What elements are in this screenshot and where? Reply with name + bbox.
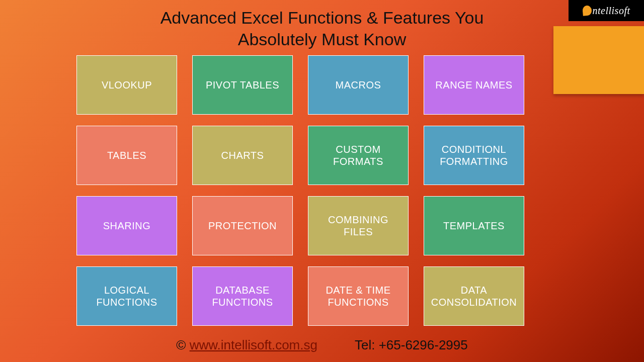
logo-text: ntellisoft xyxy=(593,5,630,17)
feature-tile: CUSTOM FORMATS xyxy=(308,126,409,185)
accent-decoration xyxy=(553,26,644,94)
feature-tile: CONDITIONL FORMATTING xyxy=(424,126,524,185)
feature-tile: CHARTS xyxy=(192,126,293,185)
feature-tile: DATABASE FUNCTIONS xyxy=(192,266,293,326)
feature-tile: TEMPLATES xyxy=(424,196,524,255)
page-title: Advanced Excel Functions & Features You … xyxy=(0,0,644,50)
feature-tile: VLOOKUP xyxy=(76,55,177,115)
feature-grid: VLOOKUPPIVOT TABLESMACROSRANGE NAMESTABL… xyxy=(76,55,524,326)
website-link[interactable]: www.intellisoft.com.sg xyxy=(190,337,317,352)
feature-tile: LOGICAL FUNCTIONS xyxy=(76,266,177,326)
phone-label: Tel: +65-6296-2995 xyxy=(355,337,468,352)
feature-tile: RANGE NAMES xyxy=(424,55,524,115)
feature-tile: DATE & TIME FUNCTIONS xyxy=(308,266,409,326)
logo-mark-icon xyxy=(582,5,592,16)
feature-tile: DATA CONSOLIDATION xyxy=(424,266,524,326)
feature-tile: MACROS xyxy=(308,55,409,115)
feature-tile: TABLES xyxy=(76,126,177,185)
feature-tile: COMBINING FILES xyxy=(308,196,409,255)
copyright-symbol: © xyxy=(176,337,189,352)
footer: © www.intellisoft.com.sg Tel: +65-6296-2… xyxy=(0,337,644,353)
brand-logo: ntellisoft xyxy=(569,0,644,21)
feature-tile: PROTECTION xyxy=(192,196,293,255)
feature-tile: SHARING xyxy=(76,196,177,255)
feature-tile: PIVOT TABLES xyxy=(192,55,293,115)
